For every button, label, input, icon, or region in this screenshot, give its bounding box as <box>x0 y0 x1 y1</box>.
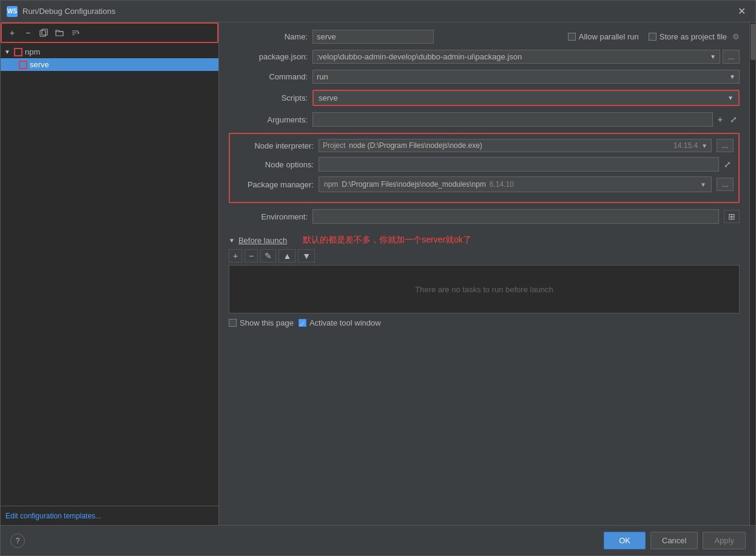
scripts-select-wrapper: serve ▼ <box>312 90 740 106</box>
node-interpreter-select[interactable]: Project node (D:\Program Files\nodejs\no… <box>319 139 712 152</box>
ok-button[interactable]: OK <box>604 532 646 549</box>
copy-icon <box>39 28 48 37</box>
app-icon: WS <box>7 6 18 17</box>
package-manager-label: Package manager: <box>235 180 314 189</box>
package-manager-browse-button[interactable]: ... <box>717 178 734 191</box>
node-options-label: Node options: <box>235 160 314 169</box>
before-launch-area: There are no tasks to run before launch <box>229 265 740 313</box>
environment-label: Environment: <box>229 212 308 221</box>
edit-templates-link[interactable]: Edit configuration templates... <box>5 512 101 520</box>
arguments-label: Arguments: <box>229 115 308 124</box>
activate-window-checkbox[interactable]: ✓ Activate tool window <box>299 318 381 327</box>
cancel-button[interactable]: Cancel <box>650 532 698 549</box>
command-select[interactable]: run ▼ <box>312 70 740 84</box>
right-panel: Name: Allow parallel run Store as projec… <box>219 22 749 525</box>
right-scrollbar[interactable] <box>749 22 755 525</box>
package-json-browse-button[interactable]: ... <box>723 50 740 64</box>
tree-child-label: serve <box>30 60 49 69</box>
name-input[interactable] <box>312 30 434 44</box>
before-launch-header: ▼ Before launch 默认的都是差不多，你就加一个server就ok了 <box>229 235 740 246</box>
before-launch-collapse[interactable]: ▼ <box>229 237 235 244</box>
command-value: run <box>317 72 328 81</box>
tree-child-serve[interactable]: serve <box>1 58 218 71</box>
node-interpreter-row: Node interpreter: Project node (D:\Progr… <box>235 139 734 152</box>
npm-version: 6.14.10 <box>490 180 514 189</box>
scripts-row: Scripts: serve ▼ <box>229 90 740 106</box>
no-tasks-text: There are no tasks to run before launch <box>415 285 553 294</box>
arguments-expand-button[interactable]: ⤢ <box>727 113 740 126</box>
command-arrow: ▼ <box>729 73 735 80</box>
left-footer: Edit configuration templates... <box>1 506 218 525</box>
tree-area: ▼ npm serve <box>1 43 218 506</box>
scrollbar-thumb[interactable] <box>751 24 755 60</box>
before-launch-section: ▼ Before launch 默认的都是差不多，你就加一个server就ok了… <box>229 235 740 313</box>
package-manager-select[interactable]: npm D:\Program Files\nodejs\node_modules… <box>319 176 712 192</box>
bottom-bar: ? OK Cancel Apply <box>1 525 755 555</box>
package-json-row: package.json: :velop\dubbo-admin-develop… <box>229 50 740 64</box>
arguments-input-wrap: + ⤢ <box>312 112 740 127</box>
command-label: Command: <box>229 72 308 81</box>
before-launch-label: Before launch <box>238 236 287 245</box>
show-page-checkbox[interactable]: Show this page <box>229 318 294 327</box>
remove-config-button[interactable]: − <box>21 26 35 39</box>
store-project-checkbox[interactable]: Store as project file ⚙ <box>649 32 740 41</box>
show-row: Show this page ✓ Activate tool window <box>229 318 740 327</box>
node-options-expand-button[interactable]: ⤢ <box>721 158 734 170</box>
before-launch-up-button[interactable]: ▲ <box>278 249 295 263</box>
command-row: Command: run ▼ <box>229 70 740 84</box>
add-config-button[interactable]: + <box>5 26 19 39</box>
package-json-arrow: ▼ <box>710 53 716 60</box>
dialog-title: Run/Debug Configurations <box>22 7 729 16</box>
main-content: + − <box>1 22 755 525</box>
sort-button[interactable] <box>69 26 82 39</box>
left-toolbar: + − <box>1 22 218 43</box>
scripts-select[interactable]: serve ▼ <box>314 91 738 105</box>
annotation-text: 默认的都是差不多，你就加一个server就ok了 <box>303 235 471 246</box>
action-buttons: OK Cancel Apply <box>604 532 746 549</box>
copy-config-button[interactable] <box>37 26 50 39</box>
allow-parallel-label: Allow parallel run <box>579 32 639 41</box>
before-launch-edit-button[interactable]: ✎ <box>260 249 276 263</box>
before-launch-remove-button[interactable]: − <box>245 249 258 263</box>
left-panel: + − <box>1 22 219 525</box>
arguments-row: Arguments: + ⤢ <box>229 112 740 127</box>
before-launch-down-button[interactable]: ▼ <box>298 249 315 263</box>
folder-icon <box>55 28 64 37</box>
package-manager-inner: npm D:\Program Files\nodejs\node_modules… <box>324 180 514 189</box>
node-options-input[interactable] <box>319 157 719 172</box>
npm-tag: npm <box>324 180 338 189</box>
before-launch-toolbar: + − ✎ ▲ ▼ <box>229 249 740 263</box>
tree-group-npm[interactable]: ▼ npm <box>1 45 218 58</box>
npm-path: D:\Program Files\nodejs\node_modules\npm <box>342 180 485 189</box>
arguments-input[interactable] <box>312 112 713 127</box>
store-project-check-box[interactable] <box>649 33 656 41</box>
activate-window-label: Activate tool window <box>309 318 381 327</box>
checkbox-group: Allow parallel run Store as project file… <box>568 32 740 41</box>
node-interpreter-browse-button[interactable]: ... <box>717 139 734 152</box>
environment-edit-button[interactable]: ⊞ <box>724 210 740 223</box>
node-section: Node interpreter: Project node (D:\Progr… <box>229 133 740 203</box>
before-launch-add-button[interactable]: + <box>229 249 242 263</box>
allow-parallel-check-box[interactable] <box>568 33 576 41</box>
node-tag: Project <box>323 141 345 150</box>
name-row: Name: Allow parallel run Store as projec… <box>229 30 740 44</box>
show-page-check-box[interactable] <box>229 319 237 327</box>
npm-group-icon <box>14 48 22 56</box>
allow-parallel-checkbox[interactable]: Allow parallel run <box>568 32 639 41</box>
package-json-select[interactable]: :velop\dubbo-admin-develop\dubbo-admin-u… <box>312 50 720 64</box>
name-label: Name: <box>229 32 308 41</box>
activate-window-check-box[interactable]: ✓ <box>299 319 306 327</box>
store-project-label: Store as project file <box>660 32 727 41</box>
tree-group-label: npm <box>25 47 40 56</box>
close-button[interactable]: ✕ <box>734 4 749 18</box>
node-path: node (D:\Program Files\nodejs\node.exe) <box>349 141 670 150</box>
package-manager-arrow: ▼ <box>700 181 706 188</box>
scripts-value: serve <box>319 93 338 102</box>
settings-icon: ⚙ <box>732 32 740 41</box>
apply-button[interactable]: Apply <box>703 532 746 549</box>
arguments-add-button[interactable]: + <box>715 113 725 126</box>
folder-button[interactable] <box>53 26 66 39</box>
show-page-label: Show this page <box>240 318 294 327</box>
help-button[interactable]: ? <box>10 534 25 548</box>
environment-input-wrap <box>312 209 719 224</box>
